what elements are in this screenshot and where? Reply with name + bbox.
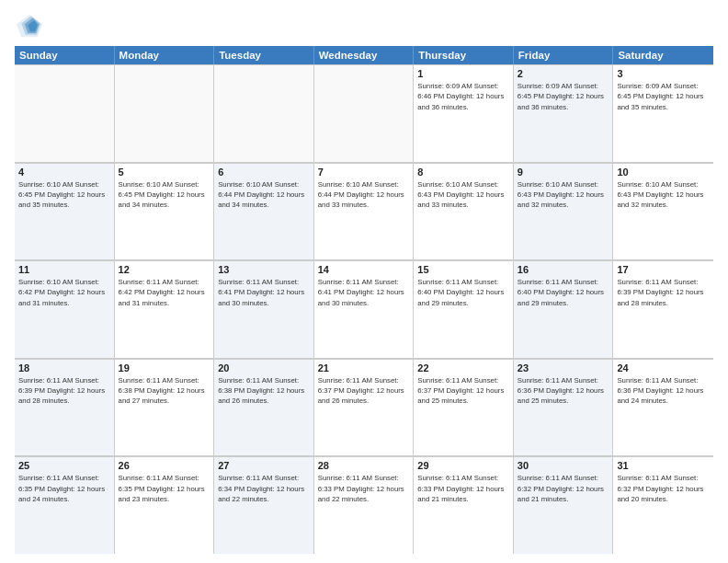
cal-cell-day-21: 21Sunrise: 6:11 AM Sunset: 6:37 PM Dayli… bbox=[314, 359, 415, 456]
day-number: 30 bbox=[518, 460, 609, 471]
cal-cell-day-7: 7Sunrise: 6:10 AM Sunset: 6:44 PM Daylig… bbox=[314, 163, 415, 260]
day-info: Sunrise: 6:11 AM Sunset: 6:41 PM Dayligh… bbox=[318, 277, 410, 308]
day-info: Sunrise: 6:11 AM Sunset: 6:36 PM Dayligh… bbox=[617, 375, 710, 407]
day-info: Sunrise: 6:10 AM Sunset: 6:45 PM Dayligh… bbox=[119, 179, 210, 211]
cal-cell-day-16: 16Sunrise: 6:11 AM Sunset: 6:40 PM Dayli… bbox=[514, 260, 614, 358]
day-number: 9 bbox=[518, 167, 609, 178]
cal-cell-day-23: 23Sunrise: 6:11 AM Sunset: 6:36 PM Dayli… bbox=[514, 359, 614, 456]
day-number: 19 bbox=[119, 362, 210, 373]
cal-header-tuesday: Tuesday bbox=[214, 46, 314, 64]
day-number: 17 bbox=[617, 264, 710, 275]
day-number: 10 bbox=[617, 167, 710, 178]
cal-week-5: 25Sunrise: 6:11 AM Sunset: 6:35 PM Dayli… bbox=[15, 456, 713, 554]
day-info: Sunrise: 6:11 AM Sunset: 6:34 PM Dayligh… bbox=[218, 473, 310, 504]
day-number: 26 bbox=[119, 460, 210, 471]
day-number: 31 bbox=[617, 460, 710, 471]
day-number: 13 bbox=[218, 264, 310, 275]
day-info: Sunrise: 6:09 AM Sunset: 6:45 PM Dayligh… bbox=[518, 81, 609, 112]
day-info: Sunrise: 6:11 AM Sunset: 6:37 PM Dayligh… bbox=[318, 375, 410, 407]
cal-week-2: 4Sunrise: 6:10 AM Sunset: 6:45 PM Daylig… bbox=[15, 163, 713, 261]
cal-cell-day-28: 28Sunrise: 6:11 AM Sunset: 6:33 PM Dayli… bbox=[314, 456, 415, 554]
day-info: Sunrise: 6:11 AM Sunset: 6:41 PM Dayligh… bbox=[218, 277, 310, 308]
day-number: 3 bbox=[617, 68, 710, 79]
day-info: Sunrise: 6:10 AM Sunset: 6:42 PM Dayligh… bbox=[18, 277, 110, 308]
day-info: Sunrise: 6:09 AM Sunset: 6:46 PM Dayligh… bbox=[417, 81, 509, 112]
cal-cell-day-1: 1Sunrise: 6:09 AM Sunset: 6:46 PM Daylig… bbox=[414, 64, 514, 162]
day-info: Sunrise: 6:11 AM Sunset: 6:33 PM Dayligh… bbox=[417, 473, 509, 504]
cal-cell-day-25: 25Sunrise: 6:11 AM Sunset: 6:35 PM Dayli… bbox=[15, 456, 115, 554]
cal-cell-day-29: 29Sunrise: 6:11 AM Sunset: 6:33 PM Dayli… bbox=[414, 456, 514, 554]
page: SundayMondayTuesdayWednesdayThursdayFrid… bbox=[0, 0, 728, 563]
cal-cell-day-5: 5Sunrise: 6:10 AM Sunset: 6:45 PM Daylig… bbox=[115, 163, 215, 260]
day-number: 8 bbox=[417, 167, 509, 178]
day-info: Sunrise: 6:11 AM Sunset: 6:35 PM Dayligh… bbox=[119, 473, 210, 504]
day-number: 16 bbox=[518, 264, 609, 275]
cal-week-4: 18Sunrise: 6:11 AM Sunset: 6:39 PM Dayli… bbox=[15, 359, 713, 457]
day-number: 25 bbox=[18, 460, 110, 471]
day-number: 15 bbox=[417, 264, 509, 275]
day-number: 24 bbox=[617, 362, 710, 373]
day-number: 6 bbox=[218, 167, 310, 178]
cal-cell-day-24: 24Sunrise: 6:11 AM Sunset: 6:36 PM Dayli… bbox=[613, 359, 713, 456]
day-info: Sunrise: 6:10 AM Sunset: 6:44 PM Dayligh… bbox=[318, 179, 410, 211]
day-info: Sunrise: 6:11 AM Sunset: 6:32 PM Dayligh… bbox=[518, 473, 609, 504]
day-number: 23 bbox=[518, 362, 609, 373]
cal-cell-day-18: 18Sunrise: 6:11 AM Sunset: 6:39 PM Dayli… bbox=[15, 359, 115, 456]
logo-icon bbox=[15, 13, 44, 39]
day-number: 4 bbox=[18, 167, 110, 178]
day-info: Sunrise: 6:11 AM Sunset: 6:36 PM Dayligh… bbox=[518, 375, 609, 407]
cal-cell-day-30: 30Sunrise: 6:11 AM Sunset: 6:32 PM Dayli… bbox=[514, 456, 614, 554]
cal-header-wednesday: Wednesday bbox=[314, 46, 415, 64]
cal-cell-day-8: 8Sunrise: 6:10 AM Sunset: 6:43 PM Daylig… bbox=[414, 163, 514, 260]
day-number: 21 bbox=[318, 362, 410, 373]
day-info: Sunrise: 6:11 AM Sunset: 6:33 PM Dayligh… bbox=[318, 473, 410, 504]
cal-cell-day-26: 26Sunrise: 6:11 AM Sunset: 6:35 PM Dayli… bbox=[115, 456, 215, 554]
cal-header-thursday: Thursday bbox=[414, 46, 514, 64]
cal-cell-day-2: 2Sunrise: 6:09 AM Sunset: 6:45 PM Daylig… bbox=[514, 64, 614, 162]
cal-cell-day-9: 9Sunrise: 6:10 AM Sunset: 6:43 PM Daylig… bbox=[514, 163, 614, 260]
day-info: Sunrise: 6:10 AM Sunset: 6:45 PM Dayligh… bbox=[18, 179, 110, 211]
cal-cell-empty bbox=[15, 64, 115, 162]
day-info: Sunrise: 6:10 AM Sunset: 6:43 PM Dayligh… bbox=[518, 179, 609, 211]
day-number: 5 bbox=[119, 167, 210, 178]
day-info: Sunrise: 6:11 AM Sunset: 6:39 PM Dayligh… bbox=[617, 277, 710, 308]
cal-cell-day-13: 13Sunrise: 6:11 AM Sunset: 6:41 PM Dayli… bbox=[214, 260, 314, 358]
day-info: Sunrise: 6:11 AM Sunset: 6:32 PM Dayligh… bbox=[617, 473, 710, 504]
calendar-body: 1Sunrise: 6:09 AM Sunset: 6:46 PM Daylig… bbox=[15, 64, 713, 554]
day-number: 29 bbox=[417, 460, 509, 471]
cal-cell-empty bbox=[214, 64, 314, 162]
cal-cell-day-10: 10Sunrise: 6:10 AM Sunset: 6:43 PM Dayli… bbox=[613, 163, 713, 260]
day-number: 27 bbox=[218, 460, 310, 471]
cal-header-monday: Monday bbox=[115, 46, 215, 64]
day-info: Sunrise: 6:11 AM Sunset: 6:38 PM Dayligh… bbox=[218, 375, 310, 407]
cal-cell-day-19: 19Sunrise: 6:11 AM Sunset: 6:38 PM Dayli… bbox=[115, 359, 215, 456]
day-info: Sunrise: 6:10 AM Sunset: 6:44 PM Dayligh… bbox=[218, 179, 310, 211]
day-number: 7 bbox=[318, 167, 410, 178]
cal-cell-day-17: 17Sunrise: 6:11 AM Sunset: 6:39 PM Dayli… bbox=[613, 260, 713, 358]
logo bbox=[15, 13, 48, 39]
cal-cell-day-11: 11Sunrise: 6:10 AM Sunset: 6:42 PM Dayli… bbox=[15, 260, 115, 358]
cal-cell-day-4: 4Sunrise: 6:10 AM Sunset: 6:45 PM Daylig… bbox=[15, 163, 115, 260]
day-info: Sunrise: 6:11 AM Sunset: 6:40 PM Dayligh… bbox=[417, 277, 509, 308]
day-number: 1 bbox=[417, 68, 509, 79]
day-info: Sunrise: 6:11 AM Sunset: 6:37 PM Dayligh… bbox=[417, 375, 509, 407]
calendar: SundayMondayTuesdayWednesdayThursdayFrid… bbox=[15, 46, 713, 554]
day-number: 12 bbox=[119, 264, 210, 275]
cal-cell-day-20: 20Sunrise: 6:11 AM Sunset: 6:38 PM Dayli… bbox=[214, 359, 314, 456]
day-number: 20 bbox=[218, 362, 310, 373]
cal-cell-day-31: 31Sunrise: 6:11 AM Sunset: 6:32 PM Dayli… bbox=[613, 456, 713, 554]
day-info: Sunrise: 6:10 AM Sunset: 6:43 PM Dayligh… bbox=[417, 179, 509, 211]
cal-cell-day-27: 27Sunrise: 6:11 AM Sunset: 6:34 PM Dayli… bbox=[214, 456, 314, 554]
cal-header-friday: Friday bbox=[514, 46, 614, 64]
cal-cell-empty bbox=[115, 64, 215, 162]
cal-cell-day-14: 14Sunrise: 6:11 AM Sunset: 6:41 PM Dayli… bbox=[314, 260, 415, 358]
day-info: Sunrise: 6:11 AM Sunset: 6:35 PM Dayligh… bbox=[18, 473, 110, 504]
cal-week-3: 11Sunrise: 6:10 AM Sunset: 6:42 PM Dayli… bbox=[15, 260, 713, 359]
calendar-header-row: SundayMondayTuesdayWednesdayThursdayFrid… bbox=[15, 46, 713, 64]
day-number: 18 bbox=[18, 362, 110, 373]
day-number: 11 bbox=[18, 264, 110, 275]
day-info: Sunrise: 6:09 AM Sunset: 6:45 PM Dayligh… bbox=[617, 81, 710, 112]
day-number: 28 bbox=[318, 460, 410, 471]
cal-cell-empty bbox=[314, 64, 415, 162]
day-number: 22 bbox=[417, 362, 509, 373]
